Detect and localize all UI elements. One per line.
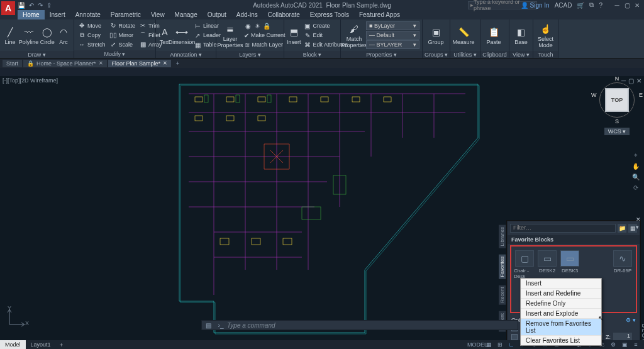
ucs-icon[interactable]: YX <box>6 306 28 329</box>
move-button[interactable]: ✥Move <box>77 21 107 30</box>
rotate-button[interactable]: ↻Rotate <box>108 21 137 30</box>
help-icon[interactable]: ? <box>599 2 602 9</box>
filetab-home-space-planner[interactable]: 🔒Home - Space Planner*✕ <box>23 60 107 67</box>
mirror-button[interactable]: ▯▯Mirror <box>108 31 137 40</box>
signin-link[interactable]: 👤 Sign In <box>521 2 550 9</box>
compass-n[interactable]: N <box>615 75 619 82</box>
navigation-bar[interactable]: ⌖ ✋ 🔍 ⟳ <box>630 152 641 191</box>
panel-modify-title[interactable]: Modify ▾ <box>74 50 155 58</box>
polyline-button[interactable]: 〰Polyline <box>19 21 39 50</box>
base-button[interactable]: ◧Base <box>512 21 530 50</box>
palette-menu-icon[interactable]: ▾ <box>636 224 641 230</box>
tab-insert[interactable]: Insert <box>45 10 70 19</box>
measure-button[interactable]: 📏Measure <box>453 21 474 50</box>
ortho-toggle-icon[interactable]: ∟ <box>507 341 516 348</box>
options-gear-icon[interactable]: ⚙ ▾ <box>626 317 636 323</box>
panel-groups-title[interactable]: Groups ▾ <box>423 51 450 58</box>
block-chair-desk[interactable]: ▢Chair - Desk <box>514 250 535 279</box>
tab-annotate[interactable]: Annotate <box>70 10 106 19</box>
compass-w[interactable]: W <box>591 92 597 98</box>
sidetab-favorites[interactable]: Favorites <box>499 255 506 279</box>
panel-block-title[interactable]: Block ▾ <box>284 51 340 58</box>
new-tab-button[interactable]: ＋ <box>172 59 183 67</box>
ctx-insert-explode[interactable]: Insert and Explode <box>521 309 601 319</box>
qat-undo-icon[interactable]: ↶ <box>29 2 34 9</box>
model-tab[interactable]: Model <box>0 340 26 349</box>
lineweight-combo[interactable]: — Default▾ <box>366 31 419 40</box>
layer-flyout[interactable]: ◉☀🔒 <box>243 21 284 30</box>
group-button[interactable]: ▣Group <box>425 21 447 50</box>
panel-utilities-title[interactable]: Utilities ▾ <box>450 51 480 58</box>
block-dr-69p[interactable]: ∿DR-69P <box>612 250 633 279</box>
command-line[interactable]: ▤ ›_ Type a command <box>201 320 518 330</box>
add-layout-button[interactable]: ＋ <box>56 341 67 349</box>
insert-block-button[interactable]: ⬒Insert <box>287 21 301 50</box>
snap-toggle-icon[interactable]: ⊞ <box>496 341 504 348</box>
scale-button[interactable]: ⤢Scale <box>108 40 137 49</box>
color-combo[interactable]: ■ ByLayer▾ <box>366 21 419 30</box>
orbit-icon[interactable]: ⟳ <box>633 184 638 191</box>
zoom-icon[interactable]: 🔍 <box>632 174 640 180</box>
full-nav-icon[interactable]: ⌖ <box>634 152 638 159</box>
tab-home[interactable]: Home <box>18 10 45 19</box>
quick-access-toolbar[interactable]: 💾 ↶ ↷ ⇪ <box>18 2 52 9</box>
status-model-label[interactable]: MODEL <box>473 341 482 348</box>
panel-annotation-title[interactable]: Annotation ▾ <box>156 51 216 58</box>
app-logo[interactable]: A <box>1 1 15 15</box>
sidetab-libraries[interactable]: Libraries <box>499 225 506 248</box>
compass-s[interactable]: S <box>615 118 619 125</box>
line-button[interactable]: ╱Line <box>3 21 18 50</box>
ctx-insert[interactable]: Insert <box>521 279 601 289</box>
sidetab-recent[interactable]: Recent <box>499 285 506 305</box>
drawing-canvas[interactable] <box>176 81 497 338</box>
arc-button[interactable]: ◠Arc <box>56 21 71 50</box>
panel-properties-title[interactable]: Properties ▾ <box>341 51 422 58</box>
layer-properties-button[interactable]: ≣Layer Properties <box>219 21 242 50</box>
workspace-icon[interactable]: ⚙ <box>609 341 618 348</box>
qat-save-icon[interactable]: 💾 <box>18 2 25 9</box>
palette-close-icon[interactable]: ✕ <box>636 216 641 223</box>
cart-icon[interactable]: 🛒 <box>577 2 584 9</box>
ctx-remove-favorite[interactable]: Remove from Favorites List <box>521 319 601 336</box>
pan-icon[interactable]: ✋ <box>632 163 640 170</box>
tab-manage[interactable]: Manage <box>170 10 203 19</box>
palette-browse-icon[interactable]: 📁 <box>618 224 626 233</box>
compass-e[interactable]: E <box>639 92 643 98</box>
qat-redo-icon[interactable]: ↷ <box>38 2 43 9</box>
ctx-insert-redefine[interactable]: Insert and Redefine <box>521 289 601 299</box>
select-mode-button[interactable]: ☝Select Mode <box>536 21 555 50</box>
cb-scale[interactable] <box>511 334 518 340</box>
viewport[interactable]: [-][Top][2D Wireframe] ─▢✕ <box>0 76 644 340</box>
tab-parametric[interactable]: Parametric <box>106 10 146 19</box>
linetype-combo[interactable]: — BYLAYER▾ <box>366 40 419 49</box>
match-layer-button[interactable]: ≋Match Layer <box>243 40 284 49</box>
customize-icon[interactable]: ≡ <box>631 341 640 348</box>
viewcube[interactable]: TOP N S W E WCS ▾ <box>594 82 640 135</box>
paste-button[interactable]: 📋Paste <box>483 21 504 50</box>
viewcube-face[interactable]: TOP <box>605 88 629 112</box>
panel-view-title[interactable]: View ▾ <box>509 51 533 58</box>
block-desk2[interactable]: ▭DESK2 <box>536 250 558 279</box>
stretch-button[interactable]: ↔Stretch <box>77 40 107 49</box>
minimize-button[interactable]: ─ <box>613 2 621 9</box>
panel-draw-title[interactable]: Draw ▾ <box>0 51 74 58</box>
close-button[interactable]: ✕ <box>633 2 641 9</box>
command-history-icon[interactable]: ▤ <box>202 322 214 329</box>
tab-express[interactable]: Express Tools <box>305 10 354 19</box>
panel-layers-title[interactable]: Layers ▾ <box>216 51 284 58</box>
text-button[interactable]: AText <box>158 21 171 50</box>
grid-toggle-icon[interactable]: ▦ <box>484 341 493 348</box>
tab-output[interactable]: Output <box>203 10 231 19</box>
circle-button[interactable]: ◯Circle <box>40 21 55 50</box>
dimension-button[interactable]: ⟷Dimension <box>172 21 191 50</box>
close-tab-icon[interactable]: ✕ <box>163 60 167 66</box>
make-current-button[interactable]: ✔Make Current <box>243 31 284 40</box>
filetab-floor-plan[interactable]: Floor Plan Sample*✕ <box>108 60 172 67</box>
share-icon[interactable]: ⧉ <box>589 1 594 9</box>
ctx-clear-favorites[interactable]: Clear Favorites List <box>521 336 601 345</box>
block-desk3[interactable]: ▭DESK3 <box>559 250 580 279</box>
viewport-label[interactable]: [-][Top][2D Wireframe] <box>3 77 58 84</box>
tab-featured[interactable]: Featured Apps <box>354 10 405 19</box>
clean-screen-icon[interactable]: ▣ <box>620 341 629 348</box>
ctx-redefine-only[interactable]: Redefine Only <box>521 299 601 309</box>
